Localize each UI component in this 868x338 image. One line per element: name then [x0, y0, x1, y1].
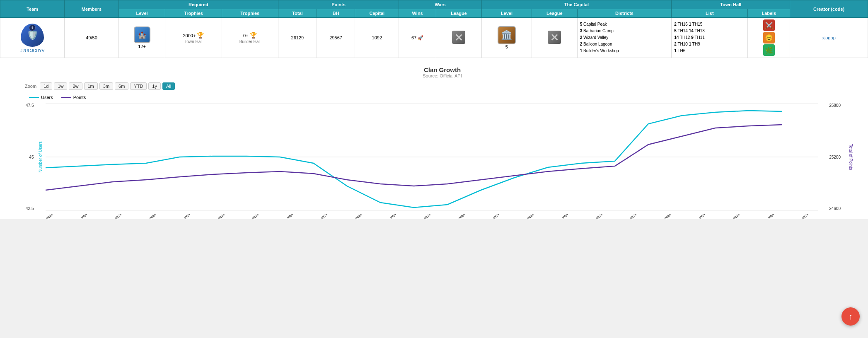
- zoom-all[interactable]: All: [162, 82, 175, 90]
- label-icons-list: ⚔️ 😊 🌿: [750, 19, 787, 56]
- cap-league-cell: [532, 18, 578, 58]
- x-label-9: 2024-03-10: [320, 214, 335, 219]
- sub-th-labels: Labels: [748, 9, 790, 18]
- x-label-13: 2024-03-12: [458, 214, 472, 219]
- y-axis-left: 47.5 45 42.5: [26, 103, 34, 211]
- th-list-row: 2 TH10 1 TH9: [674, 41, 745, 48]
- x-axis-labels: 2024-03-05 2024-03-05 2024-03-06 2024-03…: [46, 214, 818, 219]
- sub-th-list: List: [672, 9, 748, 18]
- main-table-container: Team Members Required Points Wars The Ca…: [0, 0, 868, 58]
- x-label-23: 2024-03-17: [801, 214, 816, 219]
- legend-points-label: Points: [73, 95, 86, 100]
- chart-svg: [46, 103, 818, 211]
- th-list-row: 1 TH6: [674, 48, 745, 54]
- sub-pts-bh: BH: [317, 9, 355, 18]
- cap-level-value: 5: [505, 44, 508, 49]
- sub-wars-wins: Wins: [399, 9, 436, 18]
- chart-title: Clan Growth: [25, 66, 860, 73]
- sub-req-trophies: Trophies: [165, 9, 222, 18]
- creator-cell: xjogap: [790, 18, 868, 58]
- y-right-label: Total of Points: [849, 144, 853, 170]
- x-label-4: 2024-03-07: [149, 214, 163, 219]
- col-creator: Creator (code): [790, 0, 868, 18]
- col-wars: Wars: [399, 0, 482, 9]
- th-list: 2 TH16 1 TH155 TH14 14 TH1314 TH12 9 TH1…: [674, 21, 745, 54]
- th-list-row: 5 TH14 14 TH13: [674, 28, 745, 34]
- req-trophies2-cell: 0+ 🏆 Builder Hall: [222, 18, 278, 58]
- zoom-2w[interactable]: 2w: [69, 82, 82, 90]
- creator-link[interactable]: xjogap: [822, 35, 835, 40]
- clan-info-cell: 9 🛡️ #2UCJCUYV: [0, 18, 65, 58]
- wars-league-cell: [436, 18, 482, 58]
- chart-subtitle: Source: Official API: [25, 73, 860, 78]
- zoom-controls: Zoom 1d 1w 2w 1m 3m 6m YTD 1y All: [25, 82, 860, 90]
- chart-legend: Users Points: [25, 95, 860, 100]
- req-trophies-label: Town Hall: [184, 39, 202, 44]
- x-label-20: 2024-03-15: [698, 214, 713, 219]
- sub-wars-league: League: [436, 9, 482, 18]
- zoom-1y[interactable]: 1y: [148, 82, 161, 90]
- req-trophies-cell: 2000+ 🏆 Town Hall: [165, 18, 222, 58]
- wars-wins-cell: 67 🚀: [399, 18, 436, 58]
- x-label-2: 2024-03-05: [80, 214, 94, 219]
- y-left-47.5: 47.5: [26, 103, 34, 108]
- x-label-8: 2024-03-09: [286, 214, 300, 219]
- district-item: 1 Builder's Workshop: [580, 48, 669, 54]
- chart-svg-wrapper: 47.5 45 42.5 25800 25200 24600: [46, 103, 818, 211]
- req-trophies2-value: 0+ 🏆: [243, 32, 257, 39]
- zoom-1w[interactable]: 1w: [54, 82, 67, 90]
- y-axis-right: 25800 25200 24600: [829, 103, 841, 211]
- table-row: 9 🛡️ #2UCJCUYV 49/50 🏰 12+: [0, 18, 868, 58]
- col-team: Team: [0, 0, 65, 18]
- zoom-1d[interactable]: 1d: [40, 82, 52, 90]
- x-label-3: 2024-03-06: [114, 214, 129, 219]
- x-label-17: 2024-03-14: [595, 214, 610, 219]
- req-trophies2-label: Builder Hall: [239, 39, 261, 44]
- no-capital-league-icon: [548, 31, 561, 44]
- chart-area-wrapper: Number of Users Total of Points 47.5 45 …: [25, 103, 860, 211]
- th-list-cell: 2 TH16 1 TH155 TH14 14 TH1314 TH12 9 TH1…: [672, 18, 748, 58]
- zoom-3m[interactable]: 3m: [99, 82, 113, 90]
- x-label-11: 2024-03-11: [389, 214, 404, 219]
- x-label-7: 2024-03-09: [251, 214, 266, 219]
- zoom-6m[interactable]: 6m: [115, 82, 128, 90]
- capital-icon: 🏛️: [498, 26, 516, 44]
- districts-list: 5 Capital Peak3 Barbarian Camp2 Wizard V…: [580, 21, 669, 54]
- sub-cap-league: League: [532, 9, 578, 18]
- sub-cap-level: Level: [481, 9, 532, 18]
- legend-purple-line: [61, 97, 71, 98]
- th-list-row: 14 TH12 9 TH11: [674, 34, 745, 41]
- y-left-45: 45: [26, 155, 34, 159]
- trophy-icon-2: 🏆: [250, 32, 257, 39]
- x-label-6: 2024-03-08: [218, 214, 232, 219]
- sub-req-trophies2: Trophies: [222, 9, 278, 18]
- zoom-ytd[interactable]: YTD: [130, 82, 147, 90]
- col-required: Required: [118, 0, 278, 9]
- clan-tag-link[interactable]: #2UCJCUYV: [20, 48, 44, 53]
- y-left-42.5: 42.5: [26, 206, 34, 211]
- district-item: 3 Barbarian Camp: [580, 28, 669, 34]
- x-label-15: 2024-03-13: [527, 214, 541, 219]
- legend-points: Points: [61, 95, 86, 100]
- legend-users-label: Users: [41, 95, 53, 100]
- col-points: Points: [278, 0, 399, 9]
- sub-req-level: Level: [118, 9, 165, 18]
- x-label-22: 2024-03-16: [767, 214, 781, 219]
- chart-container: Clan Growth Source: Official API Zoom 1d…: [0, 58, 868, 219]
- x-label-10: 2024-03-10: [355, 214, 369, 219]
- districts-cell: 5 Capital Peak3 Barbarian Camp2 Wizard V…: [577, 18, 672, 58]
- th-list-row: 2 TH16 1 TH15: [674, 21, 745, 28]
- cap-level-cell: 🏛️ 5: [481, 18, 532, 58]
- clan-table: Team Members Required Points Wars The Ca…: [0, 0, 868, 58]
- legend-users: Users: [29, 95, 53, 100]
- district-item: 5 Capital Peak: [580, 21, 669, 28]
- no-war-league-icon: [452, 31, 465, 44]
- clan-shield-icon: 9 🛡️: [20, 23, 45, 48]
- zoom-1m[interactable]: 1m: [84, 82, 98, 90]
- pts-capital-cell: 1092: [355, 18, 399, 58]
- col-townhall: Town Hall: [672, 0, 790, 9]
- label-icon-orange: 😊: [763, 32, 775, 43]
- req-level-cell: 🏰 12+: [118, 18, 165, 58]
- sub-pts-capital: Capital: [355, 9, 399, 18]
- rocket-icon: 🚀: [418, 35, 423, 40]
